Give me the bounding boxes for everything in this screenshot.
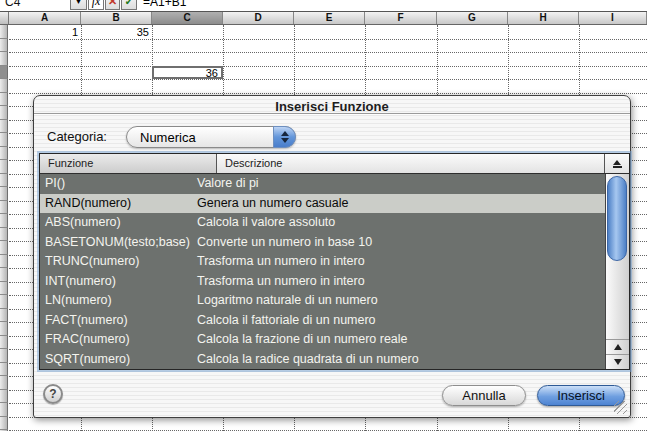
function-list-header: Funzione Descrizione <box>40 154 629 174</box>
function-list-item[interactable]: FACT(numero)Calcola il fattoriale di un … <box>40 311 605 331</box>
function-name: ABS(numero) <box>45 213 121 233</box>
scroll-up-button[interactable] <box>606 339 629 354</box>
select-all-corner[interactable] <box>0 12 9 24</box>
column-header-A[interactable]: A <box>9 12 81 24</box>
column-header-C[interactable]: C <box>152 12 223 24</box>
row-header-9[interactable] <box>0 133 8 147</box>
header-funzione[interactable]: Funzione <box>40 154 217 173</box>
insert-function-button[interactable]: fx <box>88 0 104 10</box>
row-header-23[interactable] <box>0 322 8 336</box>
row-header-10[interactable] <box>0 147 8 161</box>
grid-hline <box>9 79 647 80</box>
row-header-29[interactable] <box>0 403 8 417</box>
function-description: Converte un numero in base 10 <box>197 233 372 253</box>
help-question-icon: ? <box>49 387 56 401</box>
fx-icon: fx <box>92 0 101 9</box>
function-list-item[interactable]: FRAC(numero)Calcola la frazione di un nu… <box>40 330 605 350</box>
cell-reference-box[interactable]: C4 <box>5 0 20 9</box>
function-list-item[interactable]: BASETONUM(testo;base)Converte un numero … <box>40 233 605 253</box>
function-list-item[interactable]: ABS(numero)Calcola il valore assoluto <box>40 213 605 233</box>
row-header-2[interactable] <box>0 39 8 53</box>
column-header-I[interactable]: I <box>579 12 647 24</box>
row-header-11[interactable] <box>0 160 8 174</box>
row-header-19[interactable] <box>0 268 8 282</box>
cancel-entry-button[interactable]: ✕ <box>105 0 120 10</box>
function-list-body: PI()Valore di piRAND(numero)Genera un nu… <box>40 174 605 369</box>
scroll-down-icon <box>614 359 622 365</box>
row-header-24[interactable] <box>0 336 8 350</box>
row-header-13[interactable] <box>0 187 8 201</box>
row-header-25[interactable] <box>0 349 8 363</box>
function-list-item[interactable]: RAND(numero)Genera un numero casuale <box>40 194 605 214</box>
function-description: Valore di pi <box>197 174 259 194</box>
formula-text[interactable]: =A1+B1 <box>143 0 186 9</box>
row-header-28[interactable] <box>0 390 8 404</box>
chevron-down-icon: ▼ <box>75 0 82 5</box>
function-list-item[interactable]: INT(numero)Trasforma un numero in intero <box>40 272 605 292</box>
row-header-12[interactable] <box>0 174 8 188</box>
column-header-H[interactable]: H <box>508 12 579 24</box>
cell-A1[interactable]: 1 <box>9 26 81 40</box>
row-header-5[interactable] <box>0 79 8 93</box>
row-header-14[interactable] <box>0 201 8 215</box>
function-description: Calcola la radice quadrata di un numero <box>197 350 419 370</box>
row-header-21[interactable] <box>0 295 8 309</box>
popup-arrows-cap <box>273 126 296 148</box>
function-description: Calcola il valore assoluto <box>197 213 335 233</box>
vertical-scrollbar[interactable] <box>605 174 629 369</box>
cell-B1[interactable]: 35 <box>81 26 152 40</box>
row-header-4[interactable] <box>0 66 8 80</box>
function-description: Genera un numero casuale <box>197 194 348 214</box>
row-header-27[interactable] <box>0 376 8 390</box>
row-header-17[interactable] <box>0 241 8 255</box>
selected-cell-C4[interactable]: 36 <box>152 66 223 80</box>
row-header-22[interactable] <box>0 309 8 323</box>
selected-cell-value: 36 <box>206 67 218 79</box>
header-descrizione[interactable]: Descrizione <box>217 154 605 173</box>
function-description: Calcola la frazione di un numero reale <box>197 330 408 350</box>
scroll-down-button[interactable] <box>606 354 629 369</box>
function-list-item[interactable]: SQRT(numero)Calcola la radice quadrata d… <box>40 350 605 370</box>
popup-down-arrow-icon <box>281 138 289 143</box>
function-list-item[interactable]: LN(numero)Logaritmo naturale di un numer… <box>40 291 605 311</box>
column-header-G[interactable]: G <box>437 12 508 24</box>
function-name: SQRT(numero) <box>45 350 130 370</box>
function-list-item[interactable]: PI()Valore di pi <box>40 174 605 194</box>
row-header-1[interactable] <box>0 25 8 39</box>
row-header-6[interactable] <box>0 93 8 107</box>
column-header-D[interactable]: D <box>223 12 294 24</box>
row-header-20[interactable] <box>0 282 8 296</box>
column-header-F[interactable]: F <box>365 12 437 24</box>
popup-up-arrow-icon <box>281 131 289 136</box>
row-header-18[interactable] <box>0 255 8 269</box>
row-header-26[interactable] <box>0 363 8 377</box>
sort-icon <box>613 160 621 165</box>
function-description: Calcola il fattoriale di un numero <box>197 311 376 331</box>
column-header-row: ABCDEFGHI <box>0 11 647 25</box>
function-name: LN(numero) <box>45 291 112 311</box>
category-label: Categoria: <box>47 129 107 144</box>
function-description: Trasforma un numero in intero <box>197 272 365 292</box>
function-name: PI() <box>45 174 65 194</box>
column-header-E[interactable]: E <box>294 12 365 24</box>
function-dropdown-button[interactable]: ▼ <box>70 0 87 10</box>
accept-entry-button[interactable]: ✓ <box>121 0 137 10</box>
help-button[interactable]: ? <box>43 384 63 404</box>
cancel-x-icon: ✕ <box>108 0 117 8</box>
row-header-30[interactable] <box>0 417 8 431</box>
row-header-8[interactable] <box>0 120 8 134</box>
cancel-button[interactable]: Annulla <box>442 385 526 406</box>
sort-icon-base <box>613 166 622 168</box>
column-header-B[interactable]: B <box>81 12 152 24</box>
row-header-7[interactable] <box>0 106 8 120</box>
insert-button[interactable]: Inserisci <box>537 385 625 406</box>
sort-header-cell[interactable] <box>605 154 629 173</box>
row-header-15[interactable] <box>0 214 8 228</box>
category-popup[interactable]: Numerica <box>126 126 296 148</box>
scrollbar-thumb[interactable] <box>607 176 627 261</box>
resize-handle-icon[interactable] <box>614 401 627 414</box>
row-header-3[interactable] <box>0 52 8 66</box>
function-list-item[interactable]: TRUNC(numero)Trasforma un numero in inte… <box>40 252 605 272</box>
grid-hline <box>9 52 647 53</box>
row-header-16[interactable] <box>0 228 8 242</box>
